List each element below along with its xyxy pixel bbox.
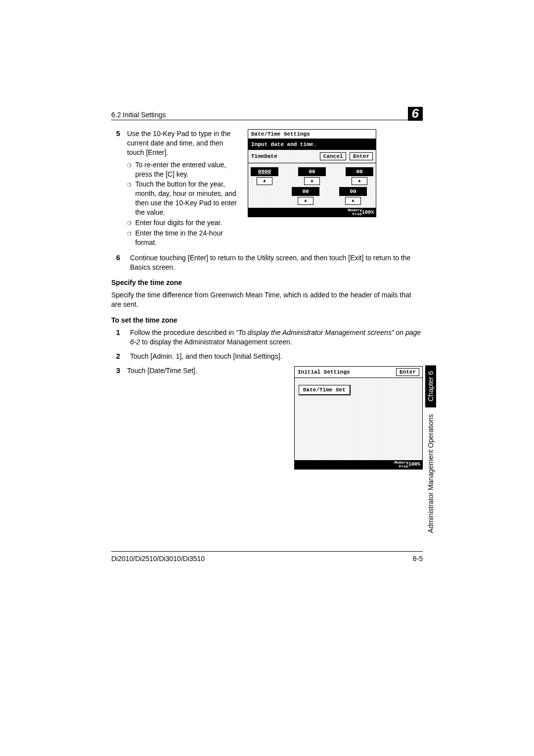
screen-title: Date/Time Settings bbox=[248, 130, 376, 139]
bullet-icon: ❍ bbox=[127, 218, 131, 228]
step-text: Continue touching [Enter] to return to t… bbox=[130, 253, 423, 272]
side-tab: Chapter 6 Administrator Management Opera… bbox=[425, 365, 436, 533]
initial-settings-screen: Initial Settings Enter Date/Time Set Mem… bbox=[294, 366, 423, 470]
section-label: 6.2 Initial Settings bbox=[111, 111, 166, 119]
up-arrow-icon[interactable]: ▲ bbox=[345, 197, 361, 205]
bullet-icon: ❍ bbox=[127, 180, 131, 217]
value-field[interactable]: 00 bbox=[292, 187, 319, 196]
enter-button[interactable]: Enter bbox=[396, 368, 419, 376]
up-arrow-icon[interactable]: ▲ bbox=[257, 177, 272, 185]
bullet-text: Touch the button for the year, month, da… bbox=[135, 180, 241, 217]
bullet-text: To re-enter the entered value, press the… bbox=[135, 160, 241, 179]
step-text: Use the 10-Key Pad to type in the curren… bbox=[127, 129, 241, 157]
cancel-button[interactable]: Cancel bbox=[320, 152, 347, 160]
up-arrow-icon[interactable]: ▲ bbox=[298, 197, 313, 205]
up-arrow-icon[interactable]: ▲ bbox=[304, 177, 320, 185]
up-arrow-icon[interactable]: ▲ bbox=[352, 177, 367, 185]
bullet-text: Enter the time in the 24-hour format. bbox=[135, 229, 241, 247]
screen-message: Input date and time. bbox=[248, 139, 376, 150]
chapter-label: Chapter 6 bbox=[425, 365, 436, 407]
page-footer: Di2010/Di2510/Di3010/Di3510 6-5 bbox=[111, 551, 423, 563]
screen-title: Initial Settings bbox=[298, 369, 350, 375]
step-number: 5 bbox=[111, 129, 120, 138]
step-number: 2 bbox=[111, 352, 120, 361]
subsection-heading: Specify the time zone bbox=[111, 279, 423, 286]
bullet-icon: ❍ bbox=[127, 160, 131, 179]
step-text: Touch [Date/Time Set]. bbox=[127, 366, 271, 376]
datetime-set-button[interactable]: Date/Time Set bbox=[299, 385, 351, 395]
footer-model: Di2010/Di2510/Di3010/Di3510 bbox=[111, 555, 205, 563]
timedate-label: TimeDate bbox=[251, 153, 277, 159]
step-number: 6 bbox=[111, 253, 120, 272]
value-field[interactable]: 00 bbox=[339, 187, 367, 196]
footer-page-number: 6-5 bbox=[413, 555, 423, 563]
memory-status: Memory Free100% bbox=[295, 460, 422, 469]
chapter-badge: 6 bbox=[408, 107, 423, 121]
bullet-icon: ❍ bbox=[127, 229, 131, 247]
section-name: Administrator Management Operations bbox=[427, 414, 435, 533]
value-field[interactable]: 00 bbox=[298, 167, 326, 176]
enter-button[interactable]: Enter bbox=[350, 152, 373, 160]
bullet-text: Enter four digits for the year. bbox=[135, 218, 222, 228]
step-number: 1 bbox=[111, 328, 120, 347]
datetime-settings-screen: Date/Time Settings Input date and time. … bbox=[248, 129, 376, 217]
subsection-heading: To set the time zone bbox=[111, 316, 423, 324]
step-text: Touch [Admin. 1], and then touch [Initia… bbox=[130, 352, 423, 361]
memory-status: Memory Free100% bbox=[248, 208, 376, 217]
step-number: 3 bbox=[111, 366, 120, 375]
year-field[interactable]: 0000 bbox=[251, 167, 278, 176]
page-header: 6.2 Initial Settings 6 bbox=[111, 105, 423, 120]
step-text: Follow the procedure described in “To di… bbox=[130, 328, 423, 347]
paragraph: Specify the time difference from Greenwi… bbox=[111, 290, 423, 309]
value-field[interactable]: 00 bbox=[346, 167, 373, 176]
